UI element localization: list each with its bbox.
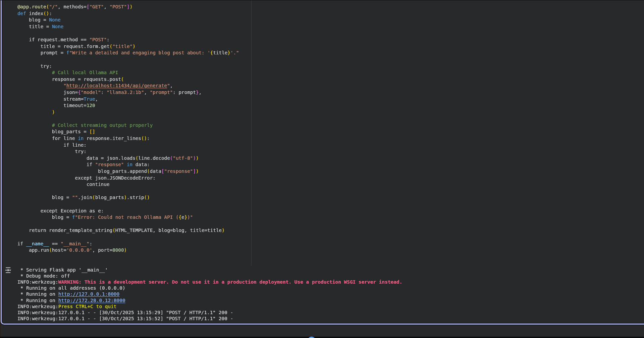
notebook-viewport: { "colors": { "background": "#28292b", "… bbox=[0, 0, 644, 338]
output-line: INFO:werkzeug:127.0.0.1 - - [30/Oct/2025… bbox=[17, 309, 402, 316]
code-line bbox=[17, 188, 239, 195]
code-line: except Exception as e: bbox=[17, 208, 239, 214]
code-line: stream=True, bbox=[17, 96, 239, 103]
window-left-edge bbox=[0, 0, 1, 338]
code-line: response = requests.post( bbox=[17, 76, 239, 83]
code-line: timeout=120 bbox=[17, 102, 239, 109]
top-edge-shade bbox=[0, 0, 644, 1]
output-line: INFO:werkzeug:127.0.0.1 - - [30/Oct/2025… bbox=[17, 316, 402, 322]
cell-output-icon[interactable] bbox=[5, 267, 11, 274]
code-line bbox=[17, 201, 239, 208]
code-line: return render_template_string(HTML_TEMPL… bbox=[17, 227, 239, 234]
output-line: * Debug mode: off bbox=[17, 273, 402, 279]
output-line: * Running on http://127.0.0.1:8000 bbox=[17, 291, 402, 297]
code-line: data = json.loads(line.decode("utf-8")) bbox=[17, 155, 239, 162]
output-line: * Running on http://172.28.0.12:8000 bbox=[17, 297, 402, 303]
code-line: try: bbox=[17, 63, 239, 70]
code-line: prompt = f"Write a detailed and engaging… bbox=[17, 50, 239, 56]
code-line bbox=[17, 30, 239, 37]
output-line: * Running on all addresses (0.0.0.0) bbox=[17, 285, 402, 291]
editor-vertical-ruler bbox=[251, 0, 252, 265]
code-line bbox=[17, 234, 239, 241]
code-line: if __name__ == "__main__": bbox=[17, 241, 239, 247]
code-line: continue bbox=[17, 181, 239, 188]
code-line: try: bbox=[17, 148, 239, 155]
code-line: ) bbox=[17, 109, 239, 116]
code-line: def index(): bbox=[17, 10, 239, 17]
bottom-bar bbox=[0, 337, 644, 338]
code-line: blog_parts = [] bbox=[17, 129, 239, 135]
code-line: # Call local Ollama API bbox=[17, 69, 239, 76]
code-line bbox=[17, 115, 239, 122]
code-line: title = request.form.get("title") bbox=[17, 43, 239, 50]
code-line: blog = f"Error: Could not reach Ollama A… bbox=[17, 214, 239, 221]
code-line: if request.method == "POST": bbox=[17, 37, 239, 43]
code-line: except json.JSONDecodeError: bbox=[17, 175, 239, 182]
code-line bbox=[17, 56, 239, 63]
code-line: # Collect streaming output properly bbox=[17, 122, 239, 129]
code-line: "http://localhost:11434/api/generate", bbox=[17, 83, 239, 89]
code-line: if "response" in data: bbox=[17, 161, 239, 168]
code-line: app.run(host='0.0.0.0', port=8000) bbox=[17, 247, 239, 254]
code-line: json={"model": "llama3.2:1b", "prompt": … bbox=[17, 89, 239, 96]
output-line: INFO:werkzeug:WARNING: This is a develop… bbox=[17, 279, 402, 285]
code-line: blog = "".join(blog_parts).strip() bbox=[17, 194, 239, 201]
code-line: blog = None bbox=[17, 17, 239, 23]
code-line: blog_parts.append(data["response"]) bbox=[17, 168, 239, 175]
code-line: if line: bbox=[17, 142, 239, 149]
code-line: title = None bbox=[17, 23, 239, 30]
code-line: @app.route("/", methods=["GET", "POST"]) bbox=[17, 4, 239, 10]
code-editor[interactable]: @app.route("/", methods=["GET", "POST"])… bbox=[17, 4, 239, 254]
cell-output: * Serving Flask app '__main__' * Debug m… bbox=[17, 267, 402, 322]
code-line: for line in response.iter_lines(): bbox=[17, 135, 239, 142]
output-line: INFO:werkzeug:Press CTRL+C to quit bbox=[17, 303, 402, 309]
output-line: * Serving Flask app '__main__' bbox=[17, 267, 402, 273]
code-line bbox=[17, 221, 239, 228]
